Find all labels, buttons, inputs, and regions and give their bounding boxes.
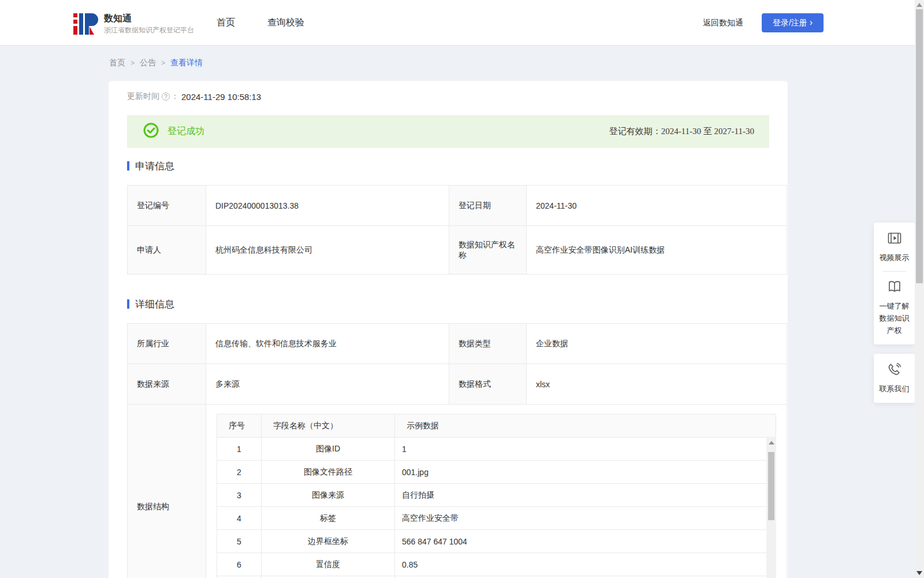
field-label: 登记编号 <box>128 186 206 226</box>
logo-icon <box>73 9 99 38</box>
field-value: 杭州码全信息科技有限公司 <box>206 226 449 275</box>
field-label: 登记日期 <box>449 186 527 226</box>
table-row: 所属行业 信息传输、软件和信息技术服务业 数据类型 企业数据 <box>128 324 787 364</box>
field-label: 数据结构 <box>128 405 206 578</box>
scrollbar-thumb[interactable] <box>768 452 774 520</box>
nav-item-home[interactable]: 首页 <box>217 17 235 29</box>
column-header: 字段名称（中文） <box>262 414 395 438</box>
nav-item-verify[interactable]: 查询校验 <box>267 17 304 29</box>
divider <box>883 271 906 272</box>
contact-widget[interactable]: 联系我们 <box>874 354 915 403</box>
registration-status-text: 登记成功 <box>167 125 204 138</box>
top-nav: 首页 查询校验 <box>217 0 304 45</box>
field-label: 数据知识产权名称 <box>449 226 527 275</box>
learn-widget-label: 一键了解数据知识产权 <box>878 300 911 336</box>
field-value: xlsx <box>527 364 787 405</box>
field-value: 多来源 <box>206 364 449 405</box>
title-accent-bar <box>127 161 129 171</box>
structure-table-scrollbar[interactable] <box>766 437 776 578</box>
success-banner-left: 登记成功 <box>143 123 204 140</box>
chevron-right-icon: › <box>810 18 813 27</box>
sample-data: 0.85 <box>395 553 776 576</box>
breadcrumb-separator-icon: > <box>131 59 135 67</box>
book-icon <box>874 279 915 297</box>
field-label: 数据格式 <box>449 364 527 405</box>
table-row: 登记编号 DIP2024000013013.38 登记日期 2024-11-30 <box>128 186 787 226</box>
detail-card: 更新时间 ? ： 2024-11-29 10:58:13 登记成功 登记有效期：… <box>109 81 788 578</box>
back-link[interactable]: 返回数知通 <box>703 18 743 28</box>
breadcrumb-home[interactable]: 首页 <box>109 58 125 68</box>
field-label: 数据来源 <box>128 364 206 405</box>
scroll-down-icon[interactable] <box>916 571 922 575</box>
field-label: 所属行业 <box>128 324 206 364</box>
table-row-structure: 数据结构 序号 字段名称（中文） 示例数据 <box>128 405 787 578</box>
field-name: 置信度 <box>262 553 395 576</box>
field-name: 图像文件路径 <box>262 461 395 484</box>
structure-table-wrap: 序号 字段名称（中文） 示例数据 1 图像ID 1 <box>217 414 776 578</box>
field-name: 图像来源 <box>262 484 395 507</box>
detail-info-table: 所属行业 信息传输、软件和信息技术服务业 数据类型 企业数据 数据来源 多来源 … <box>127 323 787 578</box>
structure-row <box>217 576 776 578</box>
video-icon <box>874 231 915 248</box>
help-icon[interactable]: ? <box>162 92 170 101</box>
video-widget[interactable]: 视频展示 <box>874 231 915 264</box>
field-value: 2024-11-30 <box>527 186 787 226</box>
scrollbar-thumb[interactable] <box>916 9 923 283</box>
structure-row: 5 边界框坐标 566 847 647 1004 <box>217 530 776 553</box>
video-widget-label: 视频展示 <box>874 251 915 264</box>
update-time-label: 更新时间 <box>127 91 159 102</box>
sample-data: 566 847 647 1004 <box>395 530 776 553</box>
structure-cell: 序号 字段名称（中文） 示例数据 1 图像ID 1 <box>206 405 787 578</box>
brand-title: 数知通 <box>104 13 194 24</box>
scroll-up-icon[interactable] <box>769 441 774 444</box>
structure-row: 4 标签 高空作业安全带 <box>217 507 776 530</box>
field-name: 边界框坐标 <box>262 530 395 553</box>
scroll-up-icon[interactable] <box>916 3 922 7</box>
field-label: 数据类型 <box>449 324 527 364</box>
page-scrollbar[interactable] <box>915 0 924 578</box>
brand-subtitle: 浙江省数据知识产权登记平台 <box>104 25 194 35</box>
brand-logo[interactable]: 数知通 浙江省数据知识产权登记平台 <box>73 9 194 38</box>
field-value: DIP2024000013013.38 <box>206 186 449 226</box>
sample-data: 1 <box>395 438 776 461</box>
table-row: 数据来源 多来源 数据格式 xlsx <box>128 364 787 405</box>
structure-header-row: 序号 字段名称（中文） 示例数据 <box>217 414 776 438</box>
breadcrumb-notice[interactable]: 公告 <box>140 58 156 68</box>
contact-widget-label: 联系我们 <box>874 383 915 395</box>
field-value: 企业数据 <box>527 324 787 364</box>
login-register-button[interactable]: 登录/注册 › <box>762 13 824 32</box>
structure-row: 2 图像文件路径 001.jpg <box>217 461 776 484</box>
title-accent-bar <box>127 299 129 309</box>
structure-row: 1 图像ID 1 <box>217 438 776 461</box>
update-colon: ： <box>171 91 179 102</box>
top-header: 数知通 浙江省数据知识产权登记平台 首页 查询校验 返回数知通 登录/注册 › <box>0 0 924 45</box>
brand-text: 数知通 浙江省数据知识产权登记平台 <box>104 13 194 35</box>
field-name: 标签 <box>262 507 395 530</box>
section-title-application: 申请信息 <box>127 161 769 171</box>
section-title-detail: 详细信息 <box>127 299 769 309</box>
application-info-table: 登记编号 DIP2024000013013.38 登记日期 2024-11-30… <box>127 185 787 275</box>
sample-data: 高空作业安全带 <box>395 507 776 530</box>
breadcrumb-current[interactable]: 查看详情 <box>170 58 203 68</box>
success-check-icon <box>143 123 159 140</box>
update-time-row: 更新时间 ? ： 2024-11-29 10:58:13 <box>127 91 769 102</box>
field-name: 图像ID <box>262 438 395 461</box>
update-time-value: 2024-11-29 10:58:13 <box>181 92 261 102</box>
learn-widget[interactable]: 一键了解数据知识产权 <box>874 279 915 336</box>
login-button-label: 登录/注册 <box>773 18 807 28</box>
row-index: 2 <box>217 461 262 484</box>
row-index: 1 <box>217 438 262 461</box>
floating-card-top: 视频展示 一键了解数据知识产权 <box>874 223 915 344</box>
phone-icon <box>874 362 915 379</box>
row-index: 4 <box>217 507 262 530</box>
breadcrumb-separator-icon: > <box>161 59 165 67</box>
sample-data: 001.jpg <box>395 461 776 484</box>
row-index: 6 <box>217 553 262 576</box>
table-row: 申请人 杭州码全信息科技有限公司 数据知识产权名称 高空作业安全带图像识别AI训… <box>128 226 787 275</box>
field-label: 申请人 <box>128 226 206 275</box>
column-header: 示例数据 <box>395 414 776 438</box>
structure-row: 6 置信度 0.85 <box>217 553 776 576</box>
success-banner: 登记成功 登记有效期：2024-11-30 至 2027-11-30 <box>127 115 769 148</box>
row-index: 3 <box>217 484 262 507</box>
validity-period-text: 登记有效期：2024-11-30 至 2027-11-30 <box>609 126 754 137</box>
